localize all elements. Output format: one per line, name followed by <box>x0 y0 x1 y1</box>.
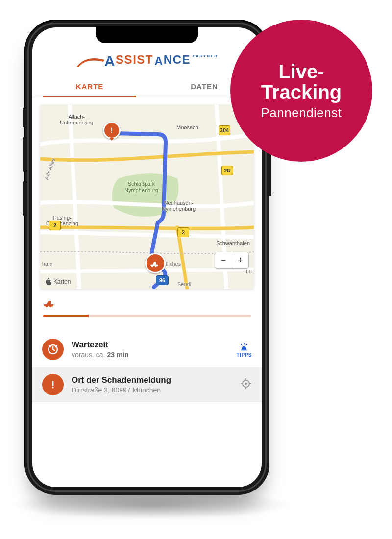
notch <box>96 26 198 43</box>
svg-point-9 <box>245 383 247 385</box>
location-sub: Dirrstraße 3, 80997 München <box>72 386 232 394</box>
tab-karte[interactable]: KARTE <box>32 75 147 97</box>
brand-logo: A SSIST A NCE PARTNER <box>76 53 218 67</box>
tips-label: TIPPS <box>237 352 252 358</box>
map-label: Schwanthalen <box>216 240 250 246</box>
tow-truck-pin-icon <box>145 253 166 273</box>
wait-title: Wartezeit <box>72 340 229 350</box>
logo-sup: PARTNER <box>193 54 218 58</box>
timer-icon <box>42 339 64 360</box>
road-shield: 96 <box>156 275 169 285</box>
eta-progress-fill <box>43 315 89 317</box>
location-title: Ort der Schadenmeldung <box>72 375 232 385</box>
map-label: SchloßparkNymphenburg <box>124 181 158 193</box>
map-label: Allach-Untermenzing <box>60 114 93 125</box>
map-label: ham <box>42 261 52 267</box>
eta-progress <box>43 315 251 317</box>
svg-point-2 <box>157 265 158 266</box>
promo-line1: Live- <box>278 61 324 82</box>
logo-swoosh-icon <box>76 57 105 67</box>
svg-point-1 <box>152 265 154 266</box>
siren-icon <box>239 342 249 351</box>
location-row[interactable]: Ort der Schadenmeldung Dirrstraße 3, 809… <box>32 367 262 402</box>
logo-letter-a: A <box>104 56 116 67</box>
map-label: Lu <box>246 269 252 274</box>
logo-text-right: NCE <box>164 53 191 67</box>
promo-badge: Live- Tracking Pannendienst <box>230 20 372 162</box>
apple-icon <box>45 278 51 285</box>
map-label: Moosach <box>176 124 198 130</box>
road-shield: 2 <box>49 220 61 230</box>
promo-line2: Tracking <box>261 82 342 102</box>
svg-rect-6 <box>241 349 247 350</box>
road-shield: 2R <box>221 166 233 175</box>
promo-sub: Pannendienst <box>261 105 342 121</box>
svg-point-3 <box>46 305 48 307</box>
tab-bar: KARTE DATEN <box>32 75 262 97</box>
road-shield: 2 <box>177 227 189 237</box>
road-shield: 304 <box>219 125 230 135</box>
wait-time-row: Wartezeit voraus. ca. 23 min TIPP <box>32 332 262 367</box>
zoom-control: − + <box>215 252 249 269</box>
map-attribution: Karten <box>45 278 71 285</box>
progress-section <box>32 289 262 317</box>
logo-text-left: SSIST <box>116 53 153 67</box>
tow-truck-icon <box>43 301 56 309</box>
alert-icon <box>42 374 64 395</box>
tips-button[interactable]: TIPPS <box>237 342 252 358</box>
svg-point-4 <box>51 305 53 307</box>
zoom-out-button[interactable]: − <box>215 252 232 268</box>
svg-point-7 <box>52 387 53 388</box>
map-label: Sendli <box>177 281 193 287</box>
incident-pin-icon <box>103 122 121 139</box>
logo-letter-a2: A <box>154 56 164 67</box>
zoom-in-button[interactable]: + <box>232 252 248 268</box>
wait-sub: voraus. ca. 23 min <box>72 351 229 359</box>
map-label: tliches <box>166 261 181 267</box>
locate-icon[interactable] <box>240 378 252 392</box>
map-view[interactable]: Allach-Untermenzing Moosach SchloßparkNy… <box>40 105 254 289</box>
map-attribution-text: Karten <box>53 278 71 285</box>
map-label: Neuhausen-Nymphenburg <box>162 200 196 212</box>
